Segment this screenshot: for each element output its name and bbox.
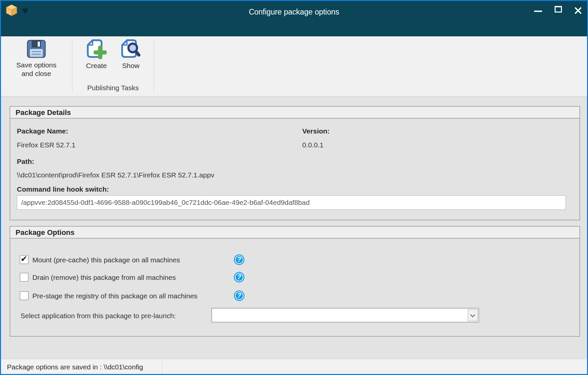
close-icon <box>574 7 582 15</box>
minimize-button[interactable] <box>530 1 547 18</box>
save-options-label-line2: and close <box>7 69 66 78</box>
drain-checkbox-label[interactable]: Drain (remove) this package from all mac… <box>32 273 176 282</box>
ribbon-tab-strip: Home <box>1 21 587 36</box>
version-label: Version: <box>302 127 330 135</box>
close-button[interactable] <box>570 1 587 18</box>
chevron-down-icon <box>470 313 475 317</box>
package-options-groupbox: Package Options Mount (pre-cache) this p… <box>10 226 580 337</box>
question-circle-icon[interactable]: ? <box>234 254 244 265</box>
minimize-icon <box>534 11 542 12</box>
mount-checkbox[interactable] <box>20 255 28 264</box>
publishing-tasks-group-label: Publishing Tasks <box>72 84 154 92</box>
hook-switch-input[interactable]: /appvve:2d08455d-0df1-4696-9588-a090c199… <box>17 195 566 210</box>
prelaunch-label: Select application from this package to … <box>20 312 176 320</box>
package-name-label: Package Name: <box>17 127 68 135</box>
drain-checkbox[interactable] <box>20 273 28 281</box>
show-label: Show <box>116 61 146 70</box>
version-value: 0.0.0.1 <box>302 141 323 149</box>
path-label: Path: <box>17 158 34 166</box>
statusbar-divider <box>162 360 163 374</box>
configure-package-options-window: Configure package options Home Save opti… <box>0 0 588 375</box>
prestage-checkbox[interactable] <box>20 291 28 300</box>
floppy-disk-icon <box>26 38 47 59</box>
maximize-button[interactable] <box>550 1 567 18</box>
statusbar: Package options are saved in : \\dc01\co… <box>1 358 587 374</box>
hook-switch-label: Command line hook switch: <box>17 185 109 193</box>
create-label: Create <box>82 61 111 70</box>
ribbon: Save options and close Create <box>1 36 587 97</box>
package-details-groupbox: Package Details Package Name: Firefox ES… <box>10 106 580 220</box>
prelaunch-combobox-button[interactable] <box>468 309 478 321</box>
path-value: \\dc01\content\prod\Firefox ESR 52.7.1\F… <box>17 171 214 179</box>
prelaunch-combobox[interactable] <box>212 308 479 322</box>
maximize-icon <box>555 6 562 13</box>
window-title: Configure package options <box>1 1 587 21</box>
ribbon-separator <box>154 40 154 93</box>
document-plus-icon <box>85 38 108 60</box>
package-options-header: Package Options <box>10 227 579 239</box>
mount-checkbox-label[interactable]: Mount (pre-cache) this package on all ma… <box>32 255 180 264</box>
titlebar: Configure package options <box>1 1 587 21</box>
save-options-label-line1: Save options <box>7 61 66 69</box>
prestage-checkbox-label[interactable]: Pre-stage the registry of this package o… <box>32 291 198 300</box>
status-text: Package options are saved in : \\dc01\co… <box>7 359 143 375</box>
question-circle-icon[interactable]: ? <box>234 272 244 282</box>
question-circle-icon[interactable]: ? <box>234 290 244 301</box>
package-name-value: Firefox ESR 52.7.1 <box>17 141 75 149</box>
create-button[interactable]: Create <box>82 38 111 70</box>
save-options-button[interactable]: Save options and close <box>7 38 66 78</box>
package-details-header: Package Details <box>10 107 579 119</box>
document-magnifier-icon <box>119 38 142 60</box>
show-button[interactable]: Show <box>116 38 146 70</box>
